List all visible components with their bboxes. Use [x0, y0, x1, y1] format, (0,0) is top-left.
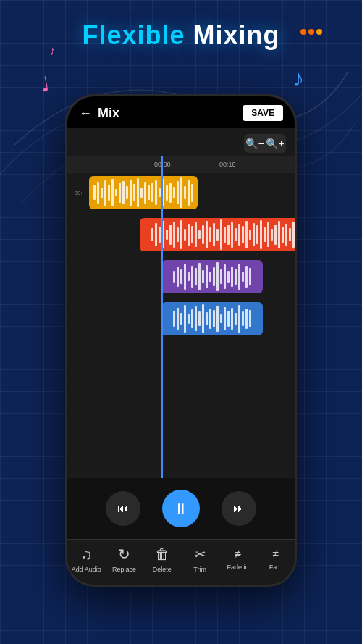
track-row-3 — [67, 257, 295, 296]
skip-back-button[interactable]: ⏮ — [106, 491, 140, 526]
clip-purple[interactable] — [161, 260, 263, 293]
bottom-toolbar: ♫ Add Audio ↻ Replace 🗑 Delete ✂ Trim ≠ … — [67, 539, 295, 585]
timeline-area[interactable]: 🔍− 🔍+ 00:00 00:10 00: — [67, 128, 295, 478]
track-label-1: 00: — [67, 190, 89, 196]
track-row-4 — [67, 299, 295, 338]
pause-button[interactable]: ⏸ — [162, 490, 200, 527]
ruler-mark-10: 00:10 — [219, 161, 236, 168]
playhead — [161, 156, 163, 478]
replace-label: Replace — [112, 566, 136, 573]
clip-orange[interactable] — [140, 218, 295, 251]
track-row-2 — [67, 215, 295, 254]
screen-title: Mix — [98, 106, 119, 121]
clip-yellow[interactable] — [89, 176, 198, 209]
ruler: 00:00 00:10 — [67, 156, 295, 173]
phone-frame: ← Mix SAVE 🔍− 🔍+ 00:00 00:10 — [65, 94, 297, 587]
skip-back-icon: ⏮ — [117, 502, 129, 515]
track-row-1: 00: — [67, 173, 295, 212]
save-button[interactable]: SAVE — [243, 105, 283, 121]
waveform-blue — [169, 302, 256, 335]
back-button[interactable]: ← — [79, 106, 92, 121]
music-note-3: ♪ — [292, 65, 304, 92]
add-audio-icon: ♫ — [81, 546, 92, 563]
pause-icon: ⏸ — [174, 501, 188, 517]
phone-screen: ← Mix SAVE 🔍− 🔍+ 00:00 00:10 — [67, 96, 295, 585]
face-in-label: Fa... — [269, 564, 282, 571]
page-title: Flexible Mixing — [0, 20, 362, 51]
zoom-in-button[interactable]: 🔍+ — [266, 135, 285, 151]
tool-face-in[interactable]: ≠ Fa... — [260, 548, 292, 571]
tool-replace[interactable]: ↻ Replace — [108, 545, 140, 573]
delete-label: Delete — [153, 566, 172, 573]
waveform-yellow — [89, 176, 198, 209]
zoom-out-button[interactable]: 🔍− — [245, 135, 264, 151]
replace-icon: ↻ — [118, 545, 130, 563]
add-audio-label: Add Audio — [72, 566, 101, 573]
fade-in-label: Fade in — [227, 564, 248, 571]
skip-forward-button[interactable]: ⏭ — [222, 491, 256, 526]
trim-icon: ✂ — [194, 545, 206, 563]
face-in-icon: ≠ — [272, 548, 279, 561]
top-bar-left: ← Mix — [79, 106, 119, 121]
zoom-controls: 🔍− 🔍+ — [244, 134, 286, 153]
waveform-orange — [147, 218, 295, 251]
tool-delete[interactable]: 🗑 Delete — [146, 546, 178, 573]
fade-in-icon: ≠ — [235, 548, 241, 561]
trim-label: Trim — [193, 566, 206, 573]
playback-controls: ⏮ ⏸ ⏭ — [67, 478, 295, 539]
delete-icon: 🗑 — [155, 546, 169, 563]
waveform-purple — [169, 260, 256, 293]
tool-add-audio[interactable]: ♫ Add Audio — [70, 546, 102, 573]
clip-blue[interactable] — [161, 302, 263, 335]
tool-trim[interactable]: ✂ Trim — [184, 545, 216, 573]
top-bar: ← Mix SAVE — [67, 96, 295, 128]
tool-fade-in[interactable]: ≠ Fade in — [222, 548, 253, 571]
tracks-container: 00: — [67, 173, 295, 478]
skip-forward-icon: ⏭ — [233, 502, 245, 515]
